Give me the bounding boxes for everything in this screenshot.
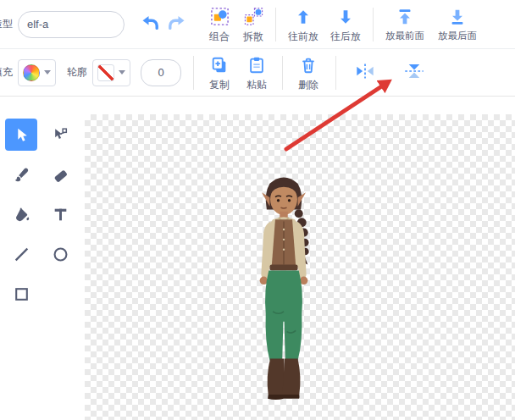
paste-icon — [247, 56, 266, 77]
flip-horizontal-icon — [353, 61, 377, 84]
redo-icon — [167, 23, 187, 36]
outline-label: 轮廓 — [67, 65, 87, 80]
layer-back-label: 放最后面 — [438, 31, 477, 41]
tool-palette — [5, 119, 78, 310]
undo-icon — [140, 23, 160, 36]
ungroup-button[interactable]: 拆散 — [240, 5, 267, 43]
arrow-down-to-bar-icon — [448, 8, 467, 29]
style-toolbar: 填充 轮廓 复制 粘贴 删除 — [0, 49, 515, 97]
reshape-icon — [52, 126, 69, 144]
ungroup-icon — [244, 7, 263, 29]
copy-label: 复制 — [209, 80, 230, 90]
outline-color-picker[interactable] — [92, 59, 130, 86]
eraser-icon — [52, 166, 69, 184]
paste-button[interactable]: 粘贴 — [243, 54, 270, 91]
line-tool[interactable] — [5, 238, 37, 270]
toolbar-divider — [373, 8, 374, 41]
paste-label: 粘贴 — [246, 80, 267, 90]
arrow-down-icon — [336, 8, 355, 29]
costume-toolbar: 造型 组合 拆散 — [0, 0, 515, 49]
stroke-width-input[interactable] — [141, 59, 181, 86]
group-icon — [210, 7, 230, 29]
brush-icon — [13, 166, 30, 184]
circle-tool[interactable] — [44, 238, 76, 270]
layer-back-button[interactable]: 放最后面 — [435, 6, 480, 43]
fill-tool[interactable] — [5, 198, 37, 230]
rectangle-tool[interactable] — [5, 278, 37, 310]
brush-tool[interactable] — [5, 158, 37, 191]
text-tool[interactable] — [44, 198, 76, 230]
layer-backward-label: 往后放 — [330, 31, 361, 41]
costume-name-input[interactable] — [18, 11, 125, 38]
toolbar-divider — [193, 56, 194, 90]
delete-button[interactable]: 删除 — [295, 54, 322, 91]
costume-elf-a[interactable] — [229, 161, 339, 402]
group-button[interactable]: 组合 — [206, 5, 233, 43]
chevron-down-icon — [44, 70, 51, 75]
no-outline-swatch — [97, 64, 114, 81]
arrow-up-icon — [294, 8, 313, 29]
text-icon — [52, 206, 69, 224]
rectangle-icon — [13, 285, 30, 303]
circle-icon — [52, 246, 69, 263]
reshape-tool[interactable] — [44, 119, 76, 151]
layer-forward-label: 往前放 — [288, 31, 318, 41]
layer-front-label: 放最前面 — [385, 31, 424, 41]
trash-icon — [299, 56, 318, 77]
scratch-paint-editor: 造型 组合 拆散 — [0, 0, 515, 420]
layer-forward-button[interactable]: 往前放 — [285, 6, 322, 43]
chevron-down-icon — [119, 70, 125, 75]
flip-vertical-icon — [402, 61, 426, 84]
delete-label: 删除 — [298, 80, 318, 90]
arrow-up-to-bar-icon — [396, 8, 414, 29]
toolbar-divider — [335, 56, 336, 90]
copy-icon — [210, 56, 229, 77]
fill-color-picker[interactable] — [18, 59, 56, 86]
fill-color-swatch — [23, 64, 40, 81]
paint-bucket-icon — [13, 206, 30, 224]
toolbar-divider — [275, 8, 276, 41]
copy-button[interactable]: 复制 — [206, 54, 233, 91]
cursor-icon — [13, 126, 30, 144]
select-tool[interactable] — [5, 119, 37, 151]
flip-vertical-button[interactable] — [399, 59, 429, 86]
paint-canvas[interactable] — [85, 114, 515, 420]
line-icon — [13, 246, 30, 263]
group-label: 组合 — [209, 31, 230, 41]
layer-front-button[interactable]: 放最前面 — [382, 6, 428, 43]
toolbar-divider — [282, 56, 283, 90]
flip-horizontal-button[interactable] — [350, 59, 380, 86]
redo-button[interactable] — [165, 11, 189, 37]
ungroup-label: 拆散 — [243, 31, 263, 41]
eraser-tool[interactable] — [44, 158, 76, 191]
fill-label: 填充 — [0, 65, 13, 80]
costume-label: 造型 — [0, 17, 13, 31]
layer-backward-button[interactable]: 往后放 — [327, 6, 364, 43]
undo-button[interactable] — [138, 11, 162, 37]
